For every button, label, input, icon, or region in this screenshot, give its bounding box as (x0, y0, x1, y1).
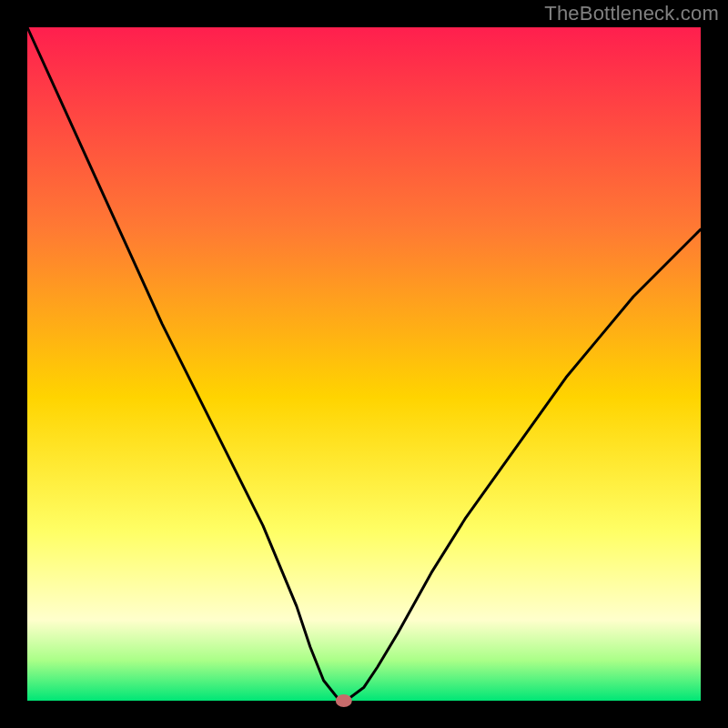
watermark-label: TheBottleneck.com (544, 2, 719, 25)
optimal-point-marker (336, 694, 352, 707)
plot-area (27, 27, 701, 701)
bottleneck-chart (0, 0, 728, 728)
chart-frame: TheBottleneck.com (0, 0, 728, 728)
